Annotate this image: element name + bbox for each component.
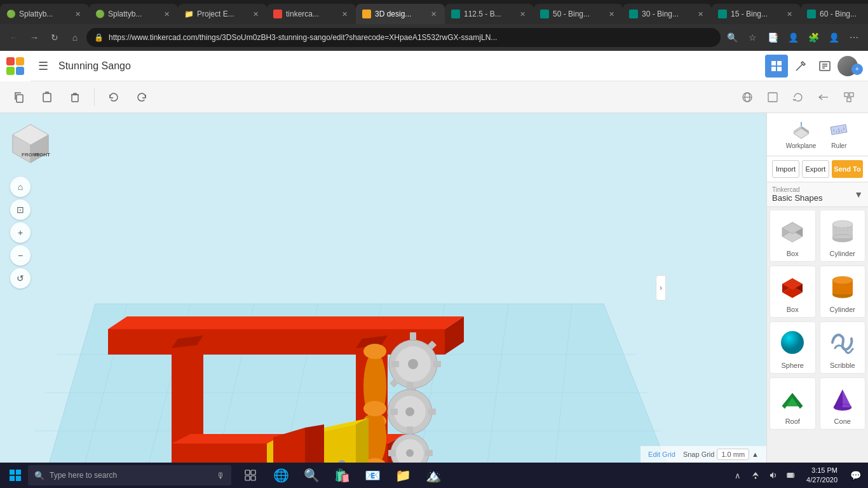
refresh-view-icon[interactable]: [787, 86, 810, 109]
tab-project-e[interactable]: 📁 Project E... ✕: [178, 4, 267, 24]
tab-close-6[interactable]: ✕: [517, 9, 527, 19]
shape-sphere-teal[interactable]: Sphere: [770, 322, 816, 374]
store-taskbar[interactable]: 🛍️: [328, 463, 356, 488]
tab-close-8[interactable]: ✕: [695, 9, 705, 19]
home-view-button[interactable]: ⌂: [10, 177, 31, 197]
tab-bing-112[interactable]: 112.5 - B... ✕: [445, 4, 534, 24]
mail-taskbar[interactable]: 📧: [358, 463, 386, 488]
redo-button[interactable]: [130, 86, 153, 109]
svg-rect-73: [388, 450, 396, 456]
collapse-sidebar-button[interactable]: ›: [656, 275, 666, 301]
tab-3d-design[interactable]: 3D desig... ✕: [356, 4, 445, 24]
snap-grid: Snap Grid 1.0 mm ▲: [683, 449, 759, 460]
align-left-icon[interactable]: [812, 86, 835, 109]
library-header[interactable]: Tinkercad Basic Shapes ▼: [767, 182, 868, 207]
zoom-out-button[interactable]: −: [10, 245, 31, 266]
hammer-icon[interactable]: [789, 55, 812, 78]
windows-logo-icon: [9, 469, 22, 482]
tab-bing-15[interactable]: 15 - Bing... ✕: [712, 4, 801, 24]
bookmark-icon[interactable]: 📑: [764, 29, 782, 46]
taskview-button[interactable]: [236, 463, 264, 488]
tab-close-2[interactable]: ✕: [161, 9, 172, 19]
back-button[interactable]: ←: [5, 29, 23, 46]
hamburger-button[interactable]: ☰: [31, 51, 56, 81]
start-button[interactable]: [3, 463, 28, 488]
shape-cylinder-orange[interactable]: Cylinder: [820, 266, 866, 318]
tab-bing-60[interactable]: 60 - Bing... ✕: [801, 4, 868, 24]
viewport[interactable]: FRONT RIGHT ⌂ ⊡ + − ↺ Edit Grid Snap Gri…: [0, 113, 766, 463]
add-user-button[interactable]: +: [851, 64, 863, 75]
search-icon[interactable]: 🔍: [723, 29, 741, 46]
shape-scribble[interactable]: Scribble: [820, 322, 866, 374]
snap-value[interactable]: 1.0 mm: [717, 449, 749, 460]
shape-cone-purple[interactable]: Cone: [820, 377, 866, 430]
person-add-icon[interactable]: 👤: [784, 29, 802, 46]
paste-button[interactable]: [36, 86, 58, 109]
reset-view-button[interactable]: ↺: [10, 268, 31, 288]
perspective-icon[interactable]: [736, 86, 759, 109]
star-icon[interactable]: ☆: [743, 29, 761, 46]
tab-label-4: tinkerca...: [286, 10, 336, 18]
tab-favicon-9: [718, 10, 727, 18]
export-button[interactable]: Export: [802, 160, 829, 178]
menu-icon[interactable]: ⋯: [845, 29, 863, 46]
svg-rect-0: [771, 61, 776, 65]
photos-taskbar[interactable]: 🏔️: [419, 463, 447, 488]
edit-grid-button[interactable]: Edit Grid: [648, 451, 675, 458]
address-bar[interactable]: 🔒 https://www.tinkercad.com/things/3DSoU…: [86, 28, 721, 47]
undo-button[interactable]: [102, 86, 125, 109]
tab-close-1[interactable]: ✕: [72, 9, 83, 19]
tab-bing-30[interactable]: 30 - Bing... ✕: [623, 4, 712, 24]
tab-close-7[interactable]: ✕: [606, 9, 616, 19]
snap-arrow-icon[interactable]: ▲: [752, 451, 759, 458]
sidebar-action-buttons: Import Export Send To: [767, 156, 868, 182]
tab-close-5[interactable]: ✕: [428, 9, 438, 19]
sendto-button[interactable]: Send To: [832, 160, 863, 178]
library-title-section: Tinkercad Basic Shapes: [772, 186, 854, 203]
ruler-button[interactable]: Ruler: [824, 117, 854, 152]
blueprint-icon[interactable]: [813, 55, 836, 78]
tab-splattyb-2[interactable]: 🟢 Splattyb... ✕: [89, 4, 178, 24]
zoom-in-button[interactable]: +: [10, 222, 31, 243]
copy-button[interactable]: [8, 86, 31, 109]
notification-button[interactable]: 💬: [845, 463, 865, 488]
system-clock[interactable]: 3:15 PM 4/27/2020: [801, 466, 843, 485]
tab-close-4[interactable]: ✕: [339, 9, 349, 19]
workplane-button[interactable]: Workplane: [781, 117, 822, 152]
explorer-taskbar[interactable]: 📁: [389, 463, 417, 488]
profile-icon[interactable]: 👤: [825, 29, 843, 46]
search-taskbar[interactable]: 🔍: [297, 463, 325, 488]
volume-icon[interactable]: [766, 463, 781, 488]
grid-view-button[interactable]: [765, 55, 788, 78]
svg-point-118: [832, 276, 853, 284]
library-dropdown-icon[interactable]: ▼: [854, 189, 863, 200]
delete-button[interactable]: [64, 86, 86, 109]
tinkercad-logo[interactable]: [0, 51, 31, 81]
shape-cylinder-gray[interactable]: Cylinder: [820, 210, 866, 262]
fit-view-button[interactable]: ⊡: [10, 200, 31, 220]
shape-box-gray[interactable]: Box: [770, 210, 816, 262]
tab-close-9[interactable]: ✕: [784, 9, 794, 19]
home-button[interactable]: ⌂: [66, 29, 84, 46]
nav-cube[interactable]: FRONT RIGHT: [10, 123, 51, 164]
edge-browser-taskbar[interactable]: 🌐: [267, 463, 295, 488]
tab-splattyb-1[interactable]: 🟢 Splattyb... ✕: [0, 4, 89, 24]
refresh-button[interactable]: ↻: [46, 29, 64, 46]
import-button[interactable]: Import: [772, 160, 799, 178]
shapes-grid: Box: [770, 210, 865, 430]
show-hidden-icons[interactable]: ∧: [730, 463, 745, 488]
taskbar-center-icons: 🌐 🔍 🛍️ 📧 📁 🏔️: [236, 463, 447, 488]
box-view-icon[interactable]: [761, 86, 784, 109]
battery-icon[interactable]: [783, 463, 799, 488]
tab-bing-50[interactable]: 50 - Bing... ✕: [534, 4, 623, 24]
shape-roof-green[interactable]: Roof: [770, 377, 816, 430]
tab-close-3[interactable]: ✕: [250, 9, 261, 19]
forward-button[interactable]: →: [25, 29, 43, 46]
tab-tinkercad-mail[interactable]: tinkerca... ✕: [267, 4, 356, 24]
shape-box-red[interactable]: Box: [770, 266, 816, 318]
extension-icon[interactable]: 🧩: [804, 29, 822, 46]
grid-align-icon[interactable]: [837, 86, 860, 109]
search-bar[interactable]: 🔍 Type here to search 🎙: [28, 465, 231, 485]
microphone-icon[interactable]: 🎙: [217, 471, 225, 480]
network-icon[interactable]: [748, 463, 763, 488]
